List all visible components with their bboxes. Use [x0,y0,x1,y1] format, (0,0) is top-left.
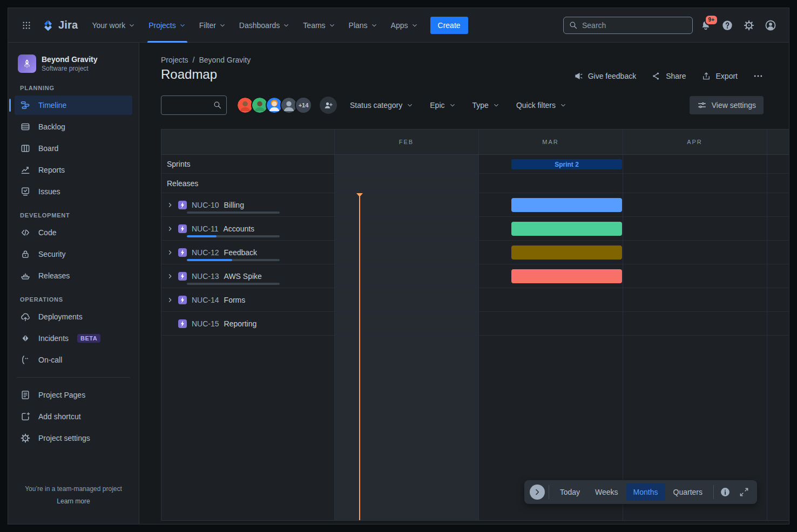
give-feedback-button[interactable]: Give feedback [573,71,637,81]
scroll-right-button[interactable] [530,485,545,500]
zoom-months-button[interactable]: Months [626,483,665,501]
nav-item-label: Your work [92,21,125,30]
epic-schedule-bar[interactable] [511,245,622,260]
nav-item-filter[interactable]: Filter [193,8,233,43]
sidebar-item-backlog[interactable]: Backlog [15,117,132,137]
epic-key: NUC-11 [192,224,219,233]
epic-row-nuc-14: NUC-14Forms [161,288,789,312]
zoom-view-buttons: TodayWeeksMonthsQuarters [553,483,710,501]
zoom-weeks-button[interactable]: Weeks [588,483,625,501]
sidebar-item-add-shortcut[interactable]: Add shortcut [15,407,132,426]
export-button[interactable]: Export [701,71,738,81]
sidebar-item-label: Reports [38,166,65,174]
chevron-right-icon[interactable] [167,273,175,279]
sidebar-item-on-call[interactable]: On-call [15,350,132,370]
epic-key: NUC-15 [192,319,219,328]
chevron-right-icon[interactable] [167,249,175,256]
notifications-button[interactable]: 9+ [697,17,714,34]
sidebar-item-incidents[interactable]: IncidentsBETA [15,329,132,348]
chevron-right-icon[interactable] [167,202,175,208]
sidebar-item-reports[interactable]: Reports [15,160,132,180]
sidebar-item-code[interactable]: Code [15,223,132,242]
month-header-mar: MAR [478,129,623,155]
timeline-icon [20,100,31,111]
code-icon [20,227,31,238]
global-search-input[interactable] [563,17,693,34]
chevron-right-icon[interactable] [167,226,175,232]
sidebar-item-label: Incidents [38,334,69,343]
chevron-right-icon[interactable] [167,297,175,303]
epic-name: Reporting [224,319,257,328]
sidebar-item-issues[interactable]: Issues [15,182,132,201]
nav-item-teams[interactable]: Teams [296,8,342,43]
epic-schedule-bar[interactable] [511,222,622,236]
epic-icon [178,296,187,304]
epic-row-header: NUC-14Forms [161,288,334,311]
oncall-icon [20,354,31,365]
epic-schedule-bar[interactable] [511,198,622,212]
breadcrumb-projects[interactable]: Projects [161,56,188,64]
sprints-label: Sprints [167,160,191,168]
create-button[interactable]: Create [430,17,468,34]
settings-button[interactable] [740,17,758,34]
month-header-apr: APR [623,129,767,155]
nav-item-dashboards[interactable]: Dashboards [233,8,297,43]
view-settings-button[interactable]: View settings [690,96,764,114]
nav-item-projects[interactable]: Projects [142,8,193,43]
epic-schedule-bar[interactable] [511,269,622,283]
epic-progress-bar [187,212,280,214]
timeline-info-button[interactable] [718,485,733,500]
zoom-quarters-button[interactable]: Quarters [666,483,710,501]
search-icon [213,100,222,110]
sidebar-footer: You’re in a team-managed project Learn m… [8,485,139,506]
sliders-icon [697,100,707,110]
sidebar-item-label: Project settings [38,434,90,442]
sidebar-item-project-pages[interactable]: Project Pages [15,385,132,405]
app-switcher-button[interactable] [18,17,35,34]
gear-icon [20,433,31,444]
epic-row-header: NUC-13AWS Spike [161,264,334,288]
help-button[interactable] [719,17,736,34]
project-name: Beyond Gravity [42,55,97,64]
quick-filters-dropdown[interactable]: Quick filters [516,101,567,110]
learn-more-link[interactable]: Learn more [57,497,90,505]
releases-icon [20,270,31,281]
board-icon [20,143,31,154]
epic-row-nuc-11: NUC-11Accounts [161,217,789,241]
nav-item-apps[interactable]: Apps [384,8,425,43]
jira-logo[interactable]: Jira [42,19,78,32]
add-people-button[interactable] [320,97,337,114]
team-managed-note: You’re in a team-managed project [8,485,139,493]
rocket-icon [22,58,32,69]
sidebar-item-timeline[interactable]: Timeline [15,96,132,115]
sprints-row-header: Sprints [161,155,334,173]
sidebar-item-releases[interactable]: Releases [15,266,132,285]
status-category-dropdown[interactable]: Status category [350,101,414,110]
sprints-lane: Sprint 2 [334,155,789,173]
more-actions-button[interactable] [753,71,764,81]
incidents-icon [20,333,31,344]
avatar-overflow-count[interactable]: +14 [295,97,312,114]
breadcrumb-project-name[interactable]: Beyond Gravity [199,56,251,64]
share-button[interactable]: Share [651,71,686,81]
beta-badge: BETA [77,334,100,343]
nav-item-your-work[interactable]: Your work [85,8,142,43]
sprint-bar[interactable]: Sprint 2 [511,159,622,169]
sidebar-item-board[interactable]: Board [15,139,132,158]
epic-key: NUC-10 [192,201,219,209]
zoom-today-button[interactable]: Today [553,483,587,501]
type-dropdown[interactable]: Type [472,101,500,110]
project-avatar [18,54,36,73]
sidebar-item-deployments[interactable]: Deployments [15,307,132,326]
epic-name: AWS Spike [224,272,262,281]
epic-progress-bar [187,259,280,261]
fullscreen-button[interactable] [737,485,752,500]
epic-dropdown[interactable]: Epic [430,101,456,110]
epic-icon [178,224,187,233]
profile-button[interactable] [762,17,779,34]
action-label: Export [716,72,738,80]
epic-progress-bar [187,235,280,237]
sidebar-item-project-settings[interactable]: Project settings [15,428,132,448]
nav-item-plans[interactable]: Plans [342,8,384,43]
sidebar-item-security[interactable]: Security [15,244,132,264]
